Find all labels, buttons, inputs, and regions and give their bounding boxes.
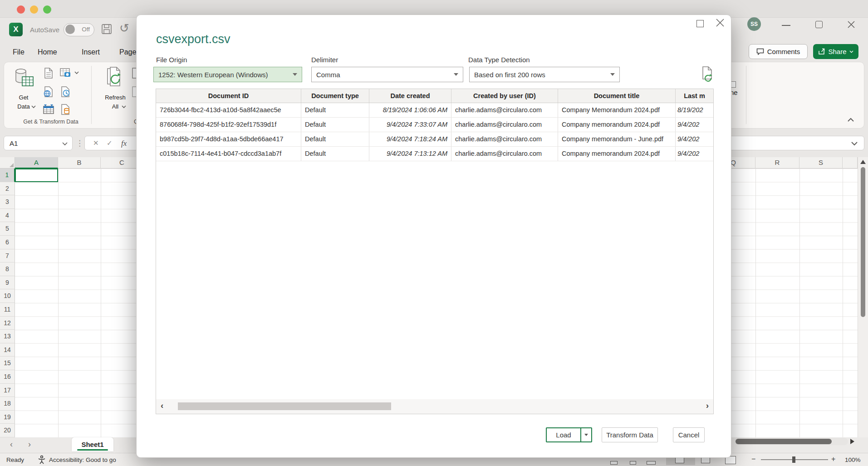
row-header-16[interactable]: 16 <box>0 370 15 384</box>
preview-scrollbar[interactable]: ‹ › <box>156 399 713 414</box>
save-icon[interactable] <box>101 23 113 37</box>
row-header-6[interactable]: 6 <box>0 236 15 249</box>
row-header-10[interactable]: 10 <box>0 289 15 303</box>
load-button[interactable]: Load <box>547 428 580 441</box>
refresh-all-button[interactable]: Refresh All <box>100 66 130 120</box>
from-web-icon[interactable] <box>43 86 54 98</box>
preview-cell: 9/4/202 <box>676 147 714 161</box>
minimize-window-icon[interactable] <box>782 25 790 26</box>
row-header-1[interactable]: 1 <box>0 169 15 182</box>
recent-sources-icon[interactable] <box>59 86 71 98</box>
sheet-next-icon[interactable]: › <box>28 440 31 449</box>
share-button[interactable]: Share <box>813 44 858 59</box>
from-table-icon[interactable] <box>43 104 54 115</box>
preview-table-row: 876068f4-798d-425f-b1f2-92ef17539d1fDefa… <box>156 118 713 132</box>
row-header-13[interactable]: 13 <box>0 330 15 343</box>
row-header-4[interactable]: 4 <box>0 209 15 223</box>
status-icon[interactable] <box>630 461 636 465</box>
accessibility-status[interactable]: Accessibility: Good to go <box>49 456 116 463</box>
tab-insert[interactable]: Insert <box>82 48 100 56</box>
column-header-partial[interactable] <box>843 157 858 169</box>
sheet-prev-icon[interactable]: ‹ <box>10 440 13 449</box>
close-window-icon[interactable] <box>848 21 855 28</box>
row-header-2[interactable]: 2 <box>0 182 15 196</box>
delimiter-value: Comma <box>316 71 340 79</box>
row-header-20[interactable]: 20 <box>0 424 15 437</box>
preview-scrollbar-thumb[interactable] <box>178 402 391 410</box>
scroll-left-icon[interactable]: ‹ <box>161 401 163 411</box>
status-icon[interactable] <box>647 461 656 465</box>
row-header-5[interactable]: 5 <box>0 222 15 236</box>
row-header-18[interactable]: 18 <box>0 397 15 411</box>
tab-page-layout[interactable]: Page <box>119 48 136 56</box>
page-layout-view-button[interactable] <box>701 457 710 463</box>
cancel-entry-icon[interactable]: ✕ <box>93 139 99 147</box>
chevron-down-icon[interactable] <box>62 142 68 146</box>
preview-cell: Default <box>301 103 369 117</box>
avatar[interactable]: SS <box>747 17 761 31</box>
delimiter-select[interactable]: Comma <box>311 67 463 82</box>
preview-table-row: b987cd5b-29f7-4d8d-a1aa-5dbde66ae417Defa… <box>156 132 713 147</box>
expand-formula-bar-icon[interactable] <box>851 142 858 146</box>
macro-icon[interactable] <box>610 461 618 465</box>
comments-label: Comments <box>767 48 800 55</box>
insert-function-icon[interactable]: fx <box>121 139 127 148</box>
traffic-minimize-icon[interactable] <box>30 5 38 14</box>
row-header-8[interactable]: 8 <box>0 263 15 276</box>
column-header-r[interactable]: R <box>755 157 799 169</box>
autosave-toggle[interactable]: Off <box>64 23 94 36</box>
row-header-11[interactable]: 11 <box>0 303 15 317</box>
tab-file[interactable]: File <box>13 48 25 56</box>
restore-window-icon[interactable] <box>815 21 823 28</box>
formula-bar-dots-icon[interactable]: ⋮ <box>76 139 83 148</box>
column-header-a[interactable]: A <box>15 157 58 169</box>
horizontal-scrollbar-thumb[interactable] <box>736 439 832 444</box>
traffic-close-icon[interactable] <box>17 5 25 14</box>
text-file-icon[interactable] <box>43 67 54 79</box>
comments-button[interactable]: Comments <box>749 44 808 59</box>
row-header-3[interactable]: 3 <box>0 195 15 209</box>
data-type-detection-select[interactable]: Based on first 200 rows <box>469 67 620 82</box>
load-dropdown-arrow[interactable] <box>580 428 591 441</box>
file-origin-select[interactable]: 1252: Western European (Windows) <box>153 67 302 82</box>
collapse-ribbon-icon[interactable] <box>847 118 854 122</box>
row-header-12[interactable]: 12 <box>0 317 15 330</box>
scroll-right-icon[interactable]: › <box>706 401 709 411</box>
name-box[interactable]: A1 <box>4 136 73 150</box>
row-header-14[interactable]: 14 <box>0 343 15 357</box>
accessibility-icon[interactable] <box>37 455 46 464</box>
chevron-down-icon[interactable] <box>74 71 79 74</box>
zoom-in-icon[interactable]: + <box>831 455 835 463</box>
scroll-up-icon[interactable] <box>860 160 866 164</box>
select-all-corner[interactable] <box>0 157 15 169</box>
load-split-button[interactable]: Load <box>546 427 592 442</box>
get-data-button[interactable]: Get Data <box>8 66 39 120</box>
transform-data-button[interactable]: Transform Data <box>602 427 658 442</box>
preview-table-row: 726b3044-fbc2-413d-a10d-5a8f42aaec5eDefa… <box>156 103 713 118</box>
tab-home[interactable]: Home <box>38 48 57 56</box>
row-header-19[interactable]: 19 <box>0 411 15 424</box>
row-header-9[interactable]: 9 <box>0 276 15 290</box>
refresh-preview-icon[interactable] <box>701 66 714 84</box>
zoom-slider-handle[interactable] <box>792 456 795 463</box>
scroll-right-icon[interactable] <box>850 439 854 444</box>
dialog-maximize-icon[interactable] <box>696 20 704 27</box>
from-picture-icon[interactable] <box>59 67 71 79</box>
zoom-level[interactable]: 100% <box>845 456 861 463</box>
vertical-scrollbar-thumb[interactable] <box>861 167 865 317</box>
column-header-b[interactable]: B <box>58 157 101 169</box>
row-header-17[interactable]: 17 <box>0 384 15 397</box>
selected-cell-a1[interactable] <box>15 169 58 182</box>
traffic-zoom-icon[interactable] <box>43 5 51 14</box>
row-header-7[interactable]: 7 <box>0 249 15 263</box>
dialog-close-icon[interactable] <box>716 18 725 27</box>
column-header-s[interactable]: S <box>799 157 843 169</box>
confirm-entry-icon[interactable]: ✓ <box>107 139 113 147</box>
zoom-out-icon[interactable]: − <box>751 455 755 463</box>
cancel-button[interactable]: Cancel <box>673 427 705 442</box>
sheet-tab-sheet1[interactable]: Sheet1 <box>72 437 113 451</box>
existing-connections-icon[interactable] <box>59 104 71 115</box>
row-header-15[interactable]: 15 <box>0 357 15 370</box>
undo-icon[interactable]: ↺ <box>119 21 129 35</box>
preview-cell: Default <box>301 147 369 161</box>
